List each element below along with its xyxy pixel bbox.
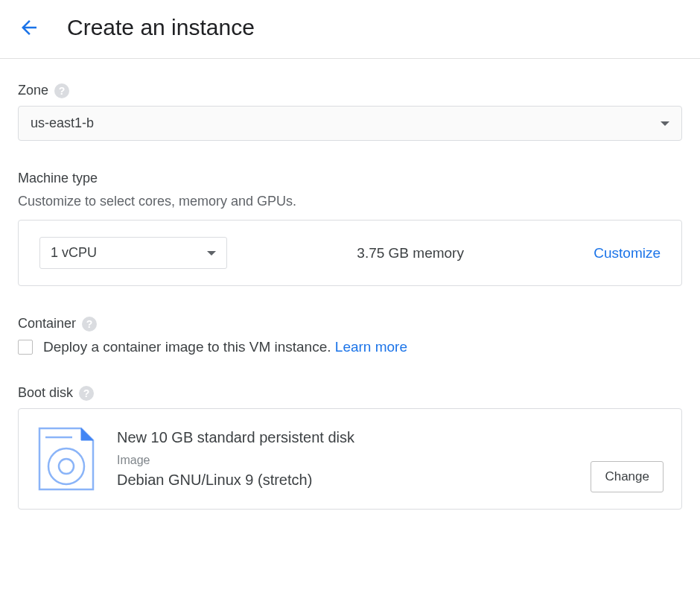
page-title: Create an instance — [67, 15, 255, 40]
zone-dropdown[interactable]: us-east1-b — [18, 106, 682, 141]
cpu-dropdown[interactable]: 1 vCPU — [39, 237, 227, 269]
zone-value: us-east1-b — [31, 115, 94, 131]
help-icon[interactable]: ? — [79, 386, 94, 401]
machine-type-subtitle: Customize to select cores, memory and GP… — [18, 194, 682, 209]
boot-disk-label: Boot disk — [18, 385, 73, 401]
boot-disk-box: New 10 GB standard persistent disk Image… — [18, 408, 682, 510]
cpu-value: 1 vCPU — [51, 245, 97, 261]
change-button[interactable]: Change — [591, 461, 664, 492]
chevron-down-icon — [661, 121, 669, 126]
svg-point-2 — [59, 459, 74, 474]
container-checkbox-label: Deploy a container image to this VM inst… — [43, 339, 407, 355]
back-arrow-button[interactable] — [18, 16, 40, 39]
boot-image-value: Debian GNU/Linux 9 (stretch) — [117, 472, 591, 489]
zone-label: Zone — [18, 83, 48, 98]
machine-type-box: 1 vCPU 3.75 GB memory Customize — [18, 220, 682, 286]
boot-image-label: Image — [117, 454, 591, 467]
learn-more-link[interactable]: Learn more — [335, 339, 407, 355]
help-icon[interactable]: ? — [54, 83, 69, 98]
boot-disk-title: New 10 GB standard persistent disk — [117, 429, 591, 446]
customize-link[interactable]: Customize — [594, 245, 661, 261]
svg-point-1 — [48, 448, 84, 484]
help-icon[interactable]: ? — [82, 317, 97, 332]
container-checkbox[interactable] — [18, 340, 33, 355]
disk-icon — [36, 425, 96, 492]
memory-value: 3.75 GB memory — [227, 245, 594, 261]
arrow-left-icon — [18, 16, 40, 39]
chevron-down-icon — [207, 251, 216, 256]
machine-type-label: Machine type — [18, 171, 98, 186]
container-label: Container — [18, 316, 76, 332]
